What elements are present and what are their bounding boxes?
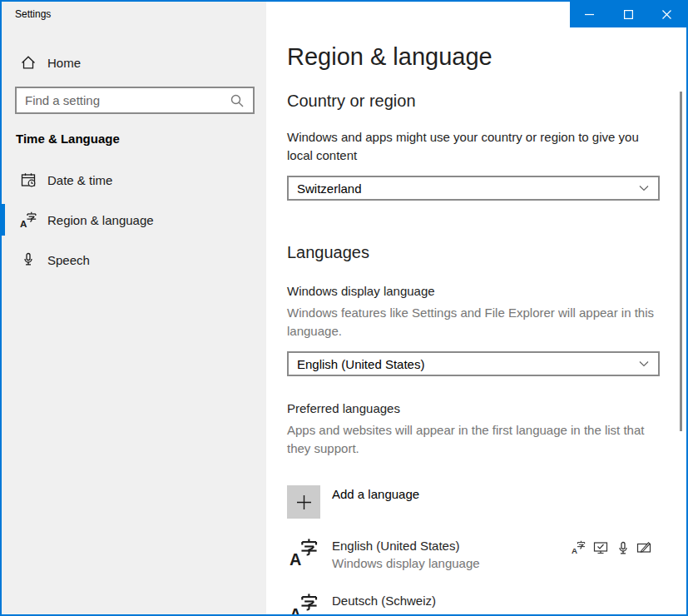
chevron-down-icon [638, 358, 650, 370]
add-language-button[interactable]: Add a language [287, 485, 658, 519]
language-name: English (United States) [332, 538, 480, 554]
sidebar-item-speech[interactable]: Speech [2, 243, 266, 276]
language-character-icon [290, 592, 318, 616]
country-description: Windows and apps might use your country … [287, 128, 658, 165]
preferred-languages-description: Apps and websites will appear in the fir… [287, 421, 658, 458]
minimize-icon [585, 10, 594, 19]
language-texts: English (United States) Windows display … [332, 537, 480, 572]
country-dropdown[interactable]: Switzerland [287, 176, 660, 201]
language-character-icon [290, 537, 318, 567]
close-button[interactable] [647, 2, 686, 27]
add-language-label: Add a language [332, 487, 419, 501]
country-dropdown-value: Switzerland [289, 181, 638, 196]
caption-button-area [570, 2, 686, 27]
language-pack-icon [572, 540, 587, 555]
sidebar-item-date-time[interactable]: Date & time [2, 163, 266, 196]
display-language-dropdown[interactable]: English (United States) [287, 351, 660, 376]
language-name: Deutsch (Schweiz) [332, 593, 436, 609]
speech-icon [615, 540, 630, 555]
add-language-tile[interactable] [287, 485, 320, 519]
maximize-icon [624, 10, 633, 19]
display-language-description: Windows features like Settings and File … [287, 304, 658, 340]
chevron-down-icon [638, 182, 650, 194]
search-icon[interactable] [230, 93, 245, 108]
vertical-scrollbar[interactable] [680, 92, 682, 431]
selected-indicator [2, 204, 5, 236]
preferred-languages-label: Preferred languages [287, 401, 658, 415]
languages-section-title: Languages [287, 243, 658, 262]
sidebar: Settings Home Time & Language Date & tim… [2, 2, 266, 614]
sidebar-item-label: Speech [47, 253, 90, 267]
language-list-item[interactable]: English (United States) Windows display … [287, 537, 658, 574]
language-list-item[interactable]: Deutsch (Schweiz) [287, 592, 658, 616]
close-icon [662, 10, 671, 19]
home-icon [20, 54, 37, 71]
sidebar-item-label: Date & time [47, 173, 112, 187]
sidebar-item-home[interactable]: Home [2, 47, 266, 78]
sidebar-item-label: Region & language [47, 213, 154, 227]
microphone-icon [20, 251, 37, 268]
sidebar-nav: Date & time Region & language Speech [2, 163, 266, 283]
display-language-label: Windows display language [287, 284, 658, 298]
sidebar-section-header: Time & Language [16, 132, 120, 146]
display-language-dropdown-value: English (United States) [289, 357, 638, 371]
language-icon [20, 211, 37, 228]
language-capability-icons [572, 540, 651, 555]
calendar-clock-icon [20, 171, 37, 188]
main-content: Region & language Country or region Wind… [266, 2, 686, 614]
maximize-button[interactable] [609, 2, 648, 27]
handwriting-icon [636, 540, 651, 555]
app-title: Settings [15, 8, 51, 20]
search-box[interactable] [15, 87, 255, 114]
sidebar-item-label: Home [47, 56, 81, 70]
minimize-button[interactable] [570, 2, 609, 27]
settings-window: Settings Home Time & Language Date & tim… [0, 0, 688, 616]
language-texts: Deutsch (Schweiz) [332, 592, 436, 609]
search-input[interactable] [17, 93, 230, 107]
country-section-title: Country or region [287, 92, 658, 111]
display-language-icon [593, 540, 608, 555]
sidebar-item-region-language[interactable]: Region & language [2, 203, 266, 236]
plus-icon [296, 494, 312, 510]
page-title: Region & language [287, 43, 658, 71]
language-subtitle: Windows display language [332, 555, 480, 572]
